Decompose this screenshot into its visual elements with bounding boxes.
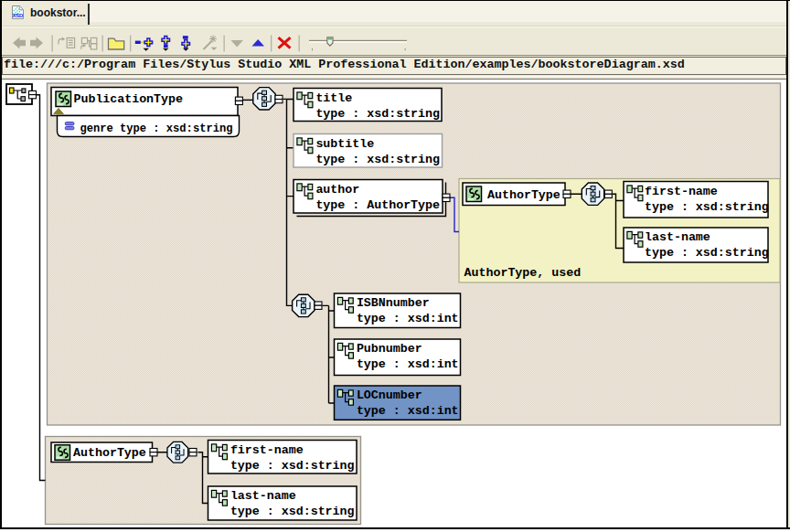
svg-text:type : xsd:string: type : xsd:string [645, 246, 769, 260]
svg-text:type : xsd:string: type : xsd:string [315, 107, 440, 121]
svg-text:subtitle: subtitle [315, 137, 374, 151]
svg-text:last-name: last-name [645, 230, 710, 244]
svg-text:AuthorType, used: AuthorType, used [464, 266, 582, 280]
svg-text:AuthorType: AuthorType [487, 188, 560, 202]
svg-text:XSD: XSD [13, 13, 24, 18]
svg-text:PublicationType: PublicationType [74, 92, 183, 106]
svg-text:LOCnumber: LOCnumber [357, 388, 422, 402]
svg-text:type : xsd:int: type : xsd:int [357, 404, 459, 418]
svg-text:type : xsd:string: type : xsd:string [315, 153, 440, 166]
svg-text:last-name: last-name [230, 489, 296, 503]
svg-text:type : xsd:int: type : xsd:int [357, 312, 459, 325]
svg-text:first-name: first-name [645, 185, 718, 198]
svg-text:ISBNnumber: ISBNnumber [357, 296, 430, 310]
svg-text:type : xsd:string: type : xsd:string [230, 505, 355, 518]
svg-text:AuthorType: AuthorType [73, 446, 146, 460]
svg-text:author: author [315, 183, 359, 197]
svg-text:type : xsd:string: type : xsd:string [645, 200, 769, 214]
svg-text:type : AuthorType: type : AuthorType [315, 198, 440, 212]
svg-text:first-name: first-name [230, 443, 304, 457]
svg-text:title: title [315, 91, 352, 105]
svg-text:genre type : xsd:string: genre type : xsd:string [80, 122, 233, 135]
svg-text:Pubnumber: Pubnumber [357, 342, 422, 356]
svg-text:type : xsd:int: type : xsd:int [357, 357, 459, 371]
svg-text:type : xsd:string: type : xsd:string [230, 459, 355, 473]
